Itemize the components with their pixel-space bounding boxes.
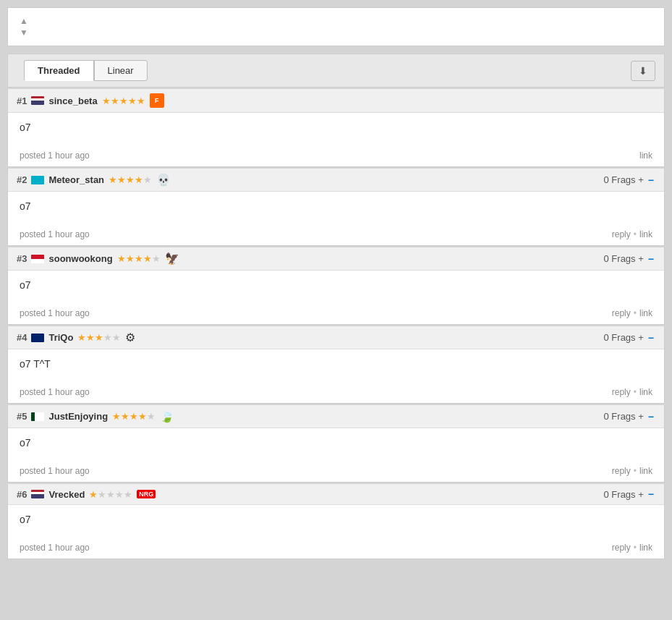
- flag-icon: [31, 334, 44, 342]
- comment-footer: posted 1 hour ago link: [8, 148, 664, 166]
- comment-number: #3: [17, 253, 27, 264]
- comment-header: #6 Vrecked ★★★★★ NRG 0 Frags + −: [8, 484, 664, 505]
- action-separator: •: [634, 308, 637, 318]
- action-link[interactable]: link: [639, 466, 652, 476]
- frag-count: 0 Frags +: [604, 332, 644, 343]
- comment-username[interactable]: since_beta: [48, 95, 97, 106]
- action-link[interactable]: link: [639, 543, 652, 553]
- comment-stars: ★★★★★: [89, 489, 132, 500]
- flag-icon: [31, 490, 44, 498]
- downvote-button[interactable]: ▼: [20, 28, 28, 37]
- comment-username[interactable]: TriQo: [48, 332, 73, 343]
- action-link[interactable]: link: [639, 308, 652, 318]
- comment-header: #2 Meteor_stan ★★★★★ 💀 0 Frags + −: [8, 169, 664, 192]
- tab-threaded[interactable]: Threaded: [24, 60, 94, 81]
- frag-count: 0 Frags +: [604, 489, 644, 500]
- download-button[interactable]: ⬇: [631, 61, 655, 81]
- comment-header: #4 TriQo ★★★★★ ⚙ 0 Frags + −: [8, 326, 664, 349]
- action-reply[interactable]: reply: [612, 229, 631, 239]
- comment-row: #3 soonwookong ★★★★★ 🦅 0 Frags + − o7 po…: [7, 247, 665, 325]
- action-link[interactable]: link: [639, 229, 652, 239]
- comment-number: #2: [17, 174, 27, 185]
- action-separator: •: [634, 229, 637, 239]
- posted-time: posted 1 hour ago: [20, 387, 90, 397]
- flag-icon: [31, 255, 44, 263]
- posted-time: posted 1 hour ago: [20, 150, 90, 161]
- comment-actions: reply•link: [612, 308, 652, 318]
- comment-footer: posted 1 hour ago reply•link: [8, 463, 664, 482]
- action-reply[interactable]: reply: [612, 387, 631, 397]
- frag-minus[interactable]: −: [647, 253, 655, 265]
- frag-controls: 0 Frags + −: [604, 253, 655, 265]
- frag-count: 0 Frags +: [604, 411, 644, 422]
- action-separator: •: [634, 466, 637, 476]
- comment-text: o7: [20, 514, 652, 525]
- frag-controls: 0 Frags + −: [604, 332, 655, 344]
- comment-body: o7: [8, 192, 664, 226]
- action-reply[interactable]: reply: [612, 466, 631, 476]
- comment-text: o7: [20, 122, 652, 133]
- comment-stars: ★★★★★: [102, 95, 145, 106]
- comment-text: o7: [20, 279, 652, 291]
- comment-row: #5 JustEnjoying ★★★★★ 🍃 0 Frags + − o7 p…: [7, 405, 665, 483]
- comment-stars: ★★★★★: [117, 253, 161, 264]
- comment-row: #2 Meteor_stan ★★★★★ 💀 0 Frags + − o7 po…: [7, 169, 665, 246]
- flag-icon: [31, 412, 44, 421]
- frag-minus[interactable]: −: [647, 411, 655, 422]
- comment-username[interactable]: Meteor_stan: [48, 174, 104, 185]
- comment-body: o7: [8, 271, 664, 305]
- comment-stars: ★★★★★: [77, 332, 121, 343]
- comment-text: o7 T^T: [20, 358, 652, 370]
- comment-header-left: #2 Meteor_stan ★★★★★ 💀: [17, 173, 171, 187]
- comment-actions: reply•link: [612, 466, 652, 476]
- posted-time: posted 1 hour ago: [20, 308, 90, 318]
- frag-minus[interactable]: −: [647, 488, 655, 500]
- posted-time: posted 1 hour ago: [20, 543, 90, 553]
- action-link[interactable]: link: [639, 150, 652, 161]
- posted-time: posted 1 hour ago: [20, 466, 90, 476]
- comment-body: o7 T^T: [8, 349, 664, 384]
- flag-icon: [31, 176, 44, 184]
- comment-actions: reply•link: [612, 543, 652, 553]
- thread-header: ▲ ▼: [7, 7, 665, 46]
- comment-header: #5 JustEnjoying ★★★★★ 🍃 0 Frags + −: [8, 405, 664, 428]
- comment-header: #1 since_beta ★★★★★ F: [8, 89, 664, 113]
- frag-minus[interactable]: −: [647, 174, 655, 186]
- action-reply[interactable]: reply: [612, 308, 631, 318]
- comment-header-left: #4 TriQo ★★★★★ ⚙: [17, 331, 135, 344]
- comment-number: #1: [17, 95, 27, 106]
- comment-actions: reply•link: [612, 229, 652, 239]
- frag-controls: 0 Frags + −: [604, 174, 655, 186]
- comment-row: #1 since_beta ★★★★★ F o7 posted 1 hour a…: [7, 89, 665, 167]
- comment-number: #4: [17, 332, 27, 343]
- comments-bar: Threaded Linear ⬇: [7, 54, 665, 88]
- frag-count: 0 Frags +: [604, 174, 644, 185]
- comment-number: #5: [17, 411, 27, 422]
- frag-count: 0 Frags +: [604, 253, 644, 264]
- frag-controls: 0 Frags + −: [604, 411, 655, 422]
- comment-number: #6: [17, 489, 27, 500]
- tab-linear[interactable]: Linear: [94, 60, 148, 81]
- comment-username[interactable]: JustEnjoying: [48, 411, 108, 422]
- comment-footer: posted 1 hour ago reply•link: [8, 305, 664, 324]
- action-link[interactable]: link: [639, 387, 652, 397]
- comment-header-left: #1 since_beta ★★★★★ F: [17, 93, 164, 108]
- frag-minus[interactable]: −: [647, 332, 655, 344]
- comment-username[interactable]: soonwookong: [48, 253, 112, 264]
- comment-header: #3 soonwookong ★★★★★ 🦅 0 Frags + −: [8, 247, 664, 271]
- vote-control: ▲ ▼: [20, 17, 28, 37]
- comment-username[interactable]: Vrecked: [48, 489, 85, 500]
- comment-body: o7: [8, 505, 664, 540]
- posted-time: posted 1 hour ago: [20, 229, 90, 239]
- comment-stars: ★★★★★: [109, 174, 152, 185]
- frag-controls: 0 Frags + −: [604, 488, 655, 500]
- comment-actions: link: [639, 150, 652, 161]
- comment-text: o7: [20, 200, 652, 212]
- comment-text: o7: [20, 437, 652, 449]
- comment-row: #6 Vrecked ★★★★★ NRG 0 Frags + − o7 post…: [7, 484, 665, 559]
- comments-container: #1 since_beta ★★★★★ F o7 posted 1 hour a…: [7, 89, 665, 559]
- upvote-button[interactable]: ▲: [20, 17, 28, 25]
- action-reply[interactable]: reply: [612, 543, 631, 553]
- comment-header-left: #3 soonwookong ★★★★★ 🦅: [17, 252, 179, 266]
- comment-header-left: #5 JustEnjoying ★★★★★ 🍃: [17, 409, 174, 423]
